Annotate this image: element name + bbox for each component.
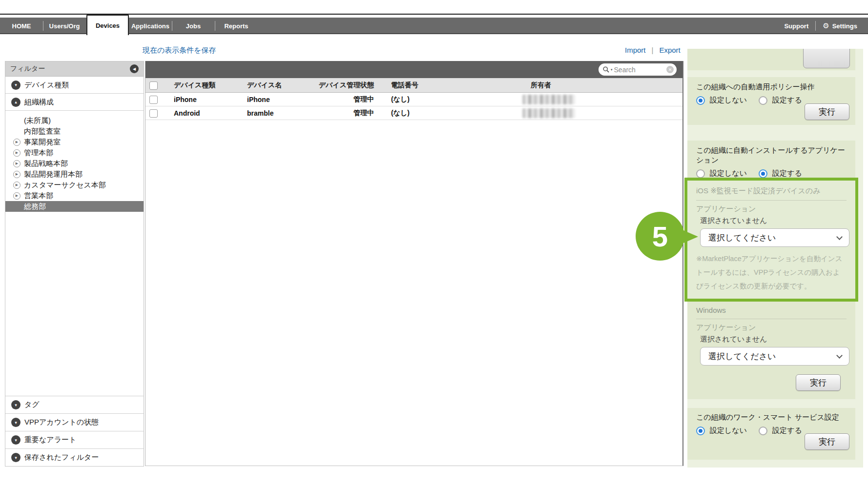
gear-icon: ⚙ (823, 21, 829, 30)
nav-separator (43, 21, 43, 31)
radio-policy-off-selected[interactable] (696, 96, 705, 105)
nav-item-applications[interactable]: Applications (129, 18, 172, 34)
save-view-conditions-link[interactable]: 現在の表示条件を保存 (143, 46, 216, 55)
table-row[interactable]: Android bramble 管理中 (なし) (145, 106, 682, 120)
app-root: HOME Users/Org Applications Jobs Reports… (0, 0, 868, 488)
sidebar-section-vpp-account-status[interactable]: ▾ VPPアカウントの状態 (5, 413, 144, 431)
radio-policy-on[interactable] (759, 96, 767, 105)
step-5-callout-badge: 5 (636, 212, 684, 261)
search-scope-caret-icon[interactable]: ▾ (611, 68, 613, 72)
ios-app-select[interactable]: 選択してください (700, 228, 849, 247)
tree-expand-icon[interactable]: ▶ (13, 160, 21, 167)
partial-execute-button[interactable] (803, 49, 850, 68)
nav-item-reports[interactable]: Reports (215, 18, 258, 34)
org-tree-item-customer-success[interactable]: ▶ カスタマーサクセス本部 (5, 180, 144, 190)
settings-link[interactable]: Settings (832, 22, 857, 30)
cell-phone: (なし) (391, 93, 410, 106)
nav-item-home[interactable]: HOME (0, 18, 43, 34)
radio-worksmart-on[interactable] (759, 427, 767, 435)
section-label: VPPアカウントの状態 (24, 418, 99, 427)
chevron-down-icon: ▾ (11, 81, 21, 90)
chevron-down-icon: ▾ (11, 453, 21, 462)
section-title: この組織への自動適用ポリシー操作 (696, 82, 847, 92)
execute-install-button[interactable]: 実行 (796, 374, 841, 391)
radio-group-auto-install: 設定しない 設定する (696, 169, 847, 178)
support-link[interactable]: Support (784, 22, 808, 30)
column-header-device-type[interactable]: デバイス種類 (174, 78, 215, 93)
org-tree-item-product-devops[interactable]: ▶ 製品開発運用本部 (5, 169, 144, 180)
org-tree-item-general-affairs-selected[interactable]: 総務部 (5, 201, 144, 212)
column-header-phone[interactable]: 電話番号 (391, 78, 418, 93)
search-icon (603, 66, 609, 73)
nav-separator (215, 21, 215, 31)
radio-worksmart-off-selected[interactable] (696, 427, 705, 435)
filter-sidebar: フィルター ◀ ▾ デバイス種類 ▴ 組織構成 (未所属) 内部監査室 ▶ 事業… (5, 61, 144, 467)
sidebar-section-org-structure[interactable]: ▴ 組織構成 (5, 94, 144, 111)
radio-label[interactable]: 設定しない (710, 426, 747, 435)
radio-label[interactable]: 設定しない (710, 169, 747, 178)
tree-expand-icon[interactable]: ▶ (13, 171, 21, 178)
radio-label[interactable]: 設定する (772, 96, 802, 105)
chevron-down-icon: ▾ (11, 400, 21, 409)
clear-search-icon[interactable]: ✕ (666, 66, 674, 73)
cell-phone: (なし) (391, 106, 410, 120)
cell-owner-redacted (522, 95, 575, 104)
execute-policy-button[interactable]: 実行 (805, 103, 849, 120)
nav-tabs: HOME Users/Org Applications Jobs Reports (0, 18, 258, 34)
top-navbar: HOME Users/Org Applications Jobs Reports… (0, 18, 868, 34)
org-tree-item-business-dev[interactable]: ▶ 事業開発室 (5, 137, 144, 147)
collapse-sidebar-button[interactable]: ◀ (130, 64, 139, 73)
tree-expand-icon[interactable]: ▶ (13, 192, 21, 200)
chevron-down-icon (836, 234, 843, 240)
org-tree-item-product-strategy[interactable]: ▶ 製品戦略本部 (5, 158, 144, 169)
radio-label[interactable]: 設定する (772, 169, 802, 178)
import-link[interactable]: Import (625, 46, 646, 54)
sidebar-section-important-alerts[interactable]: ▾ 重要なアラート (5, 431, 144, 448)
column-header-device-name[interactable]: デバイス名 (247, 78, 282, 93)
nav-separator (815, 21, 816, 31)
radio-install-off[interactable] (696, 169, 705, 178)
row-checkbox[interactable] (149, 109, 158, 118)
execute-worksmart-button[interactable]: 実行 (805, 433, 849, 450)
search-input[interactable] (614, 66, 665, 74)
org-settings-panel: この組織への自動適用ポリシー操作 設定しない 設定する 実行 この組織に自動イン… (687, 49, 863, 468)
org-tree-item-unassigned[interactable]: (未所属) (5, 115, 144, 126)
org-tree-item-internal-audit[interactable]: 内部監査室 (5, 126, 144, 137)
org-label: 事業開発室 (24, 138, 61, 147)
section-label: 重要なアラート (24, 435, 76, 445)
org-tree-item-admin-hq[interactable]: ▶ 管理本部 (5, 147, 144, 158)
top-divider-line (0, 14, 868, 15)
section-label: タグ (24, 400, 40, 409)
windows-app-select[interactable]: 選択してください (700, 347, 849, 366)
radio-label[interactable]: 設定する (772, 426, 802, 435)
row-checkbox[interactable] (149, 96, 158, 104)
table-row[interactable]: iPhone iPhone 管理中 (なし) (145, 93, 682, 106)
nav-item-jobs[interactable]: Jobs (172, 18, 215, 34)
chevron-down-icon: ▾ (11, 435, 21, 445)
link-separator: | (652, 46, 654, 54)
select-all-checkbox[interactable] (149, 81, 158, 90)
tree-expand-icon[interactable]: ▶ (13, 139, 21, 146)
org-label: 管理本部 (24, 148, 53, 158)
nav-item-users-org[interactable]: Users/Org (43, 18, 86, 34)
sidebar-section-saved-filters[interactable]: ▾ 保存されたフィルター (5, 448, 144, 466)
tab-devices-active[interactable]: Devices (86, 15, 129, 35)
search-box[interactable]: ▾ ✕ (599, 63, 677, 76)
org-tree-item-sales-hq[interactable]: ▶ 営業本部 (5, 190, 144, 201)
sidebar-section-device-type[interactable]: ▾ デバイス種類 (5, 77, 144, 94)
column-header-mgmt-status[interactable]: デバイス管理状態 (302, 78, 374, 93)
sidebar-section-tags[interactable]: ▾ タグ (5, 396, 144, 413)
org-label: カスタマーサクセス本部 (24, 181, 106, 190)
nav-separator (172, 21, 172, 31)
section-label: 組織構成 (24, 98, 54, 107)
table-header-row: デバイス種類 デバイス名 デバイス管理状態 電話番号 所有者 (145, 78, 682, 93)
org-label: 製品開発運用本部 (24, 170, 83, 179)
tree-expand-icon[interactable]: ▶ (13, 182, 21, 189)
device-table-area: ▾ ✕ デバイス種類 デバイス名 デバイス管理状態 電話番号 所有者 iPhon… (145, 61, 683, 466)
radio-install-on-selected[interactable] (759, 169, 767, 178)
radio-label[interactable]: 設定しない (710, 96, 747, 105)
export-link[interactable]: Export (659, 46, 680, 54)
ios-marketplace-note: ※MarketPlaceアプリケーションを自動インストールするには、VPPライセ… (696, 252, 847, 293)
column-header-owner[interactable]: 所有者 (531, 78, 551, 93)
tree-expand-icon[interactable]: ▶ (13, 149, 21, 157)
